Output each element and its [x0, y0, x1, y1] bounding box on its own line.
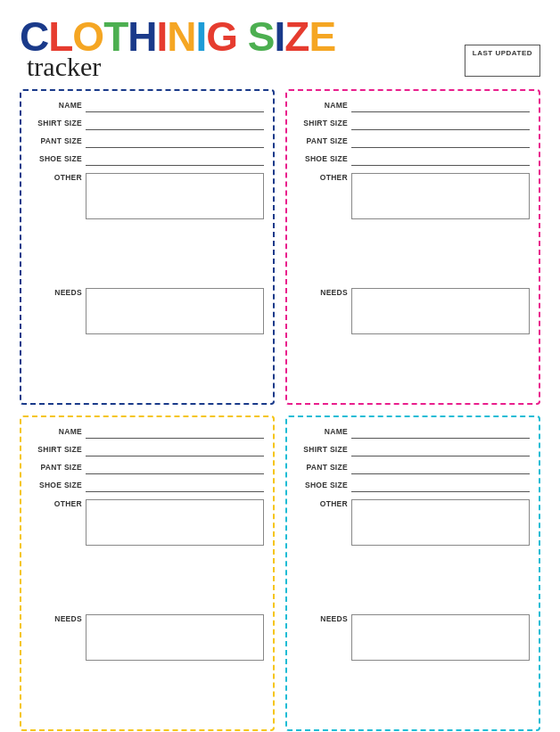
shoe-label-4: SHOE SIZE	[296, 481, 348, 489]
title-script: tracker	[27, 53, 335, 80]
shirt-label-4: SHIRT SIZE	[296, 445, 348, 454]
shoe-label-3: SHOE SIZE	[30, 481, 82, 489]
name-row-3: NAME	[30, 424, 264, 439]
pant-row-1: PANT SIZE	[30, 134, 264, 148]
pant-row-3: PANT SIZE	[30, 460, 264, 474]
pant-input-4[interactable]	[351, 460, 530, 474]
other-textarea-2[interactable]	[351, 173, 530, 219]
pant-input-2[interactable]	[351, 134, 530, 148]
shoe-input-3[interactable]	[86, 478, 264, 492]
shirt-row-4: SHIRT SIZE	[296, 442, 530, 456]
shirt-row-1: SHIRT SIZE	[30, 116, 264, 130]
name-input-3[interactable]	[86, 424, 264, 439]
card-blue: NAME SHIRT SIZE PANT SIZE SHOE SIZE OTHE…	[20, 89, 275, 405]
shirt-input-3[interactable]	[86, 442, 264, 456]
shoe-row-1: SHOE SIZE	[30, 152, 264, 166]
other-label-1: OTHER	[30, 173, 82, 182]
name-label-1: NAME	[30, 101, 82, 110]
other-textarea-1[interactable]	[86, 173, 264, 219]
other-row-4: OTHER	[296, 499, 530, 607]
needs-row-2: NEEDS	[296, 288, 530, 396]
shirt-input-2[interactable]	[351, 116, 530, 130]
title-block: CLOTHINIG SIZE tracker	[20, 16, 335, 80]
card-teal: NAME SHIRT SIZE PANT SIZE SHOE SIZE OTHE…	[285, 415, 540, 731]
shirt-label-1: SHIRT SIZE	[30, 119, 82, 127]
name-label-2: NAME	[296, 101, 348, 110]
needs-row-4: NEEDS	[296, 614, 530, 722]
other-row-1: OTHER	[30, 173, 264, 281]
needs-textarea-4[interactable]	[351, 614, 530, 661]
needs-textarea-3[interactable]	[86, 614, 264, 661]
shoe-row-3: SHOE SIZE	[30, 478, 264, 492]
last-updated-label: LAST UPDATED	[473, 49, 532, 57]
pant-label-3: PANT SIZE	[30, 463, 82, 472]
shoe-label-2: SHOE SIZE	[296, 154, 348, 163]
shirt-row-3: SHIRT SIZE	[30, 442, 264, 456]
other-label-2: OTHER	[296, 173, 348, 182]
name-row-1: NAME	[30, 98, 264, 112]
shoe-input-2[interactable]	[351, 152, 530, 166]
shirt-row-2: SHIRT SIZE	[296, 116, 530, 130]
pant-input-1[interactable]	[86, 134, 264, 148]
last-updated-box: LAST UPDATED	[465, 45, 540, 77]
other-label-3: OTHER	[30, 499, 82, 508]
other-textarea-4[interactable]	[351, 499, 530, 546]
header: CLOTHINIG SIZE tracker LAST UPDATED	[20, 16, 540, 80]
other-textarea-3[interactable]	[86, 499, 264, 546]
pant-row-2: PANT SIZE	[296, 134, 530, 148]
pant-label-1: PANT SIZE	[30, 136, 82, 145]
shoe-row-4: SHOE SIZE	[296, 478, 530, 492]
cards-grid: NAME SHIRT SIZE PANT SIZE SHOE SIZE OTHE…	[20, 89, 540, 731]
name-row-4: NAME	[296, 424, 530, 439]
shoe-input-1[interactable]	[86, 152, 264, 166]
needs-label-1: NEEDS	[30, 288, 82, 297]
shirt-label-3: SHIRT SIZE	[30, 445, 82, 454]
name-input-2[interactable]	[351, 98, 530, 112]
card-pink: NAME SHIRT SIZE PANT SIZE SHOE SIZE OTHE…	[285, 89, 540, 405]
needs-row-3: NEEDS	[30, 614, 264, 722]
needs-row-1: NEEDS	[30, 288, 264, 396]
name-input-4[interactable]	[351, 424, 530, 439]
page: CLOTHINIG SIZE tracker LAST UPDATED NAME…	[0, 0, 560, 732]
card-yellow: NAME SHIRT SIZE PANT SIZE SHOE SIZE OTHE…	[20, 415, 275, 731]
other-label-4: OTHER	[296, 499, 348, 508]
shoe-label-1: SHOE SIZE	[30, 154, 82, 163]
shoe-input-4[interactable]	[351, 478, 530, 492]
pant-input-3[interactable]	[86, 460, 264, 474]
needs-label-4: NEEDS	[296, 614, 348, 623]
other-row-2: OTHER	[296, 173, 530, 281]
name-label-4: NAME	[296, 427, 348, 436]
shoe-row-2: SHOE SIZE	[296, 152, 530, 166]
name-input-1[interactable]	[86, 98, 264, 112]
needs-textarea-1[interactable]	[86, 288, 264, 334]
name-row-2: NAME	[296, 98, 530, 112]
needs-label-2: NEEDS	[296, 288, 348, 297]
shirt-label-2: SHIRT SIZE	[296, 119, 348, 127]
pant-label-4: PANT SIZE	[296, 463, 348, 472]
shirt-input-1[interactable]	[86, 116, 264, 130]
needs-textarea-2[interactable]	[351, 288, 530, 334]
other-row-3: OTHER	[30, 499, 264, 607]
name-label-3: NAME	[30, 427, 82, 436]
pant-label-2: PANT SIZE	[296, 136, 348, 145]
pant-row-4: PANT SIZE	[296, 460, 530, 474]
shirt-input-4[interactable]	[351, 442, 530, 456]
needs-label-3: NEEDS	[30, 614, 82, 623]
